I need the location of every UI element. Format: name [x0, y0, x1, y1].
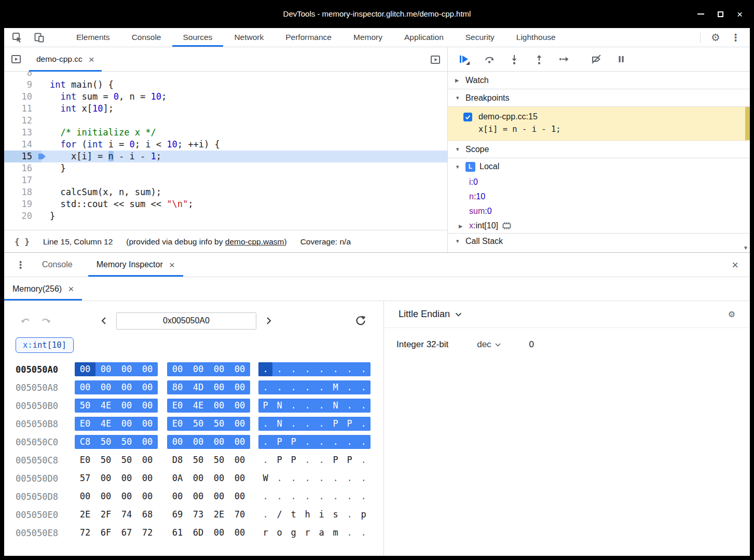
scope-variable-sum[interactable]: sum: 0 [448, 204, 750, 218]
memory-byte[interactable]: 00 [188, 489, 209, 503]
memory-byte[interactable]: 00 [209, 471, 229, 485]
memory-byte[interactable]: 00 [209, 362, 229, 376]
inspected-object-chip[interactable]: x: int[10] [16, 337, 74, 353]
main-menu-kebab-icon[interactable]: ⋮ [731, 32, 741, 44]
memory-byte[interactable]: 00 [209, 399, 229, 413]
chevron-down-icon[interactable] [455, 312, 462, 317]
memory-byte[interactable]: 4E [188, 399, 209, 413]
tab-network[interactable]: Network [223, 28, 275, 47]
memory-byte[interactable]: 2F [95, 508, 116, 522]
device-toolbar-icon[interactable] [33, 32, 45, 43]
tab-lighthouse[interactable]: Lighthouse [505, 28, 567, 47]
memory-byte[interactable]: 00 [95, 362, 116, 376]
tab-elements[interactable]: Elements [65, 28, 121, 47]
memory-byte[interactable]: 70 [229, 508, 250, 522]
memory-byte[interactable]: 50 [95, 435, 116, 449]
memory-byte[interactable]: 00 [167, 489, 188, 503]
memory-byte[interactable]: 00 [137, 453, 158, 467]
memory-byte[interactable]: 57 [75, 471, 95, 485]
memory-byte[interactable]: 00 [137, 399, 158, 413]
memory-byte[interactable]: 00 [75, 380, 95, 394]
call-stack-collapse-icon[interactable]: ▼ [455, 238, 465, 244]
previous-page-icon[interactable] [99, 315, 110, 326]
toggle-debugger-sidebar-icon[interactable] [430, 54, 441, 65]
memory-byte[interactable]: 00 [209, 526, 229, 540]
memory-byte[interactable]: 50 [75, 399, 95, 413]
step-icon[interactable] [558, 53, 570, 65]
memory-byte[interactable]: 72 [75, 526, 95, 540]
breakpoints-section-header[interactable]: ▼ Breakpoints [448, 89, 750, 107]
endianness-select[interactable]: Little Endian [399, 309, 450, 320]
history-back-icon[interactable] [20, 315, 32, 326]
memory-byte[interactable]: 00 [116, 380, 137, 394]
memory-byte[interactable]: 61 [167, 526, 188, 540]
step-into-icon[interactable] [509, 53, 520, 65]
memory-byte[interactable]: 6D [188, 526, 209, 540]
tab-sources[interactable]: Sources [172, 28, 224, 47]
memory-byte[interactable]: 2E [75, 508, 95, 522]
inspect-element-icon[interactable] [11, 32, 23, 43]
memory-byte[interactable]: 2E [209, 508, 229, 522]
memory-byte[interactable]: 50 [116, 453, 137, 467]
drawer-menu-kebab-icon[interactable]: ⋮ [16, 259, 25, 271]
step-out-icon[interactable] [533, 53, 545, 65]
memory-byte[interactable]: E0 [75, 417, 95, 431]
memory-byte[interactable]: 00 [137, 380, 158, 394]
line-number-18[interactable]: 18 [4, 186, 42, 198]
file-tab-demo-cpp[interactable]: demo-cpp.cc × [29, 47, 102, 72]
resume-script-icon[interactable] [458, 53, 470, 65]
memory-byte[interactable]: 00 [137, 489, 158, 503]
memory-byte[interactable]: 00 [116, 362, 137, 376]
memory-byte[interactable]: 00 [229, 489, 250, 503]
memory-byte[interactable]: 50 [209, 417, 229, 431]
memory-byte[interactable]: 00 [95, 380, 116, 394]
line-number-12[interactable]: 12 [4, 115, 42, 127]
memory-byte[interactable]: 00 [137, 471, 158, 485]
memory-byte[interactable]: 72 [137, 526, 158, 540]
scope-collapse-icon[interactable]: ▼ [455, 146, 465, 152]
memory-byte[interactable]: 00 [229, 362, 250, 376]
breakpoint-checkbox[interactable] [463, 113, 472, 121]
open-memory-inspector-icon[interactable] [502, 222, 512, 230]
pause-on-exceptions-icon[interactable] [615, 53, 627, 65]
memory-byte[interactable]: 69 [167, 508, 188, 522]
memory-byte[interactable]: 00 [229, 526, 250, 540]
settings-gear-icon[interactable]: ⚙ [711, 31, 720, 44]
memory-byte[interactable]: 00 [167, 362, 188, 376]
memory-byte[interactable]: 00 [137, 362, 158, 376]
interpreter-settings-gear-icon[interactable]: ⚙ [728, 309, 735, 319]
line-number-11[interactable]: 11 [4, 103, 42, 115]
memory-byte[interactable]: 00 [188, 362, 209, 376]
tab-security[interactable]: Security [455, 28, 505, 47]
memory-byte[interactable]: 0A [167, 471, 188, 485]
memory-byte[interactable]: 4E [95, 399, 116, 413]
maximize-icon[interactable] [718, 11, 723, 17]
memory-byte[interactable]: E0 [167, 417, 188, 431]
scope-section-header[interactable]: ▼ Scope [448, 141, 750, 158]
memory-byte[interactable]: 00 [188, 471, 209, 485]
step-over-icon[interactable] [484, 53, 495, 65]
watch-collapse-icon[interactable]: ▶ [455, 77, 465, 83]
memory-byte[interactable]: 00 [137, 417, 158, 431]
close-drawer-icon[interactable]: × [732, 260, 738, 270]
line-number-9[interactable]: 9 [4, 79, 42, 91]
line-number-17[interactable]: 17 [4, 174, 42, 186]
line-number-19[interactable]: 19 [4, 198, 42, 210]
close-window-icon[interactable]: × [737, 9, 743, 19]
memory-byte[interactable]: 00 [229, 417, 250, 431]
memory-byte[interactable]: 74 [116, 508, 137, 522]
scope-variable-n[interactable]: n: 10 [448, 189, 750, 204]
memory-byte[interactable]: 00 [116, 471, 137, 485]
memory-byte[interactable]: E0 [75, 453, 95, 467]
memory-byte[interactable]: 80 [167, 380, 188, 394]
refresh-icon[interactable] [354, 315, 367, 327]
tab-performance[interactable]: Performance [275, 28, 342, 47]
line-number-13[interactable]: 13 [4, 127, 42, 139]
memory-byte[interactable]: 00 [95, 471, 116, 485]
memory-byte[interactable]: 00 [75, 489, 95, 503]
memory-byte[interactable]: 00 [209, 435, 229, 449]
scope-variable-x[interactable]: ▶x: int[10] [448, 218, 750, 233]
close-memory-inspector-tab-icon[interactable]: × [169, 260, 175, 270]
memory-byte[interactable]: 00 [167, 435, 188, 449]
memory-byte[interactable]: 00 [137, 435, 158, 449]
